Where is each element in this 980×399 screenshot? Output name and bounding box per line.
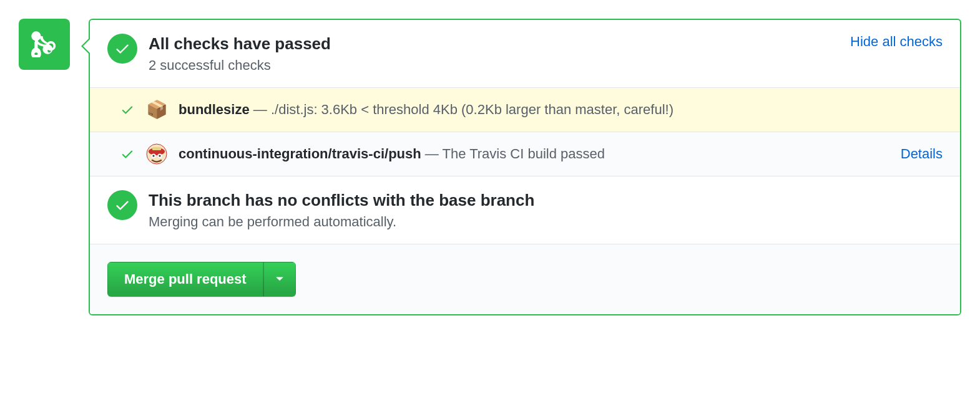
check-row[interactable]: continuous-integration/travis-ci/push — … [90,132,960,176]
merge-pull-request-button[interactable]: Merge pull request [107,262,263,297]
details-link[interactable]: Details [901,146,943,162]
conflict-subtitle: Merging can be performed automatically. [149,214,943,230]
checkmark-icon [114,41,130,57]
caret-down-icon [275,276,284,282]
check-desc: The Travis CI build passed [443,146,605,161]
merge-action-area: Merge pull request [90,244,960,314]
check-pass-icon [120,147,135,161]
svg-point-9 [159,155,160,156]
merge-panel: All checks have passed 2 successful chec… [89,19,961,315]
check-desc: ./dist.js: 3.6Kb < threshold 4Kb (0.2Kb … [271,102,674,117]
check-name: continuous-integration/travis-ci/push [179,146,421,161]
check-text: bundlesize — ./dist.js: 3.6Kb < threshol… [179,102,943,118]
check-name: bundlesize [179,102,250,117]
merge-badge [19,19,70,70]
status-subtitle: 2 successful checks [149,57,831,74]
travis-icon [146,143,167,165]
git-merge-icon [31,31,57,57]
conflict-title: This branch has no conflicts with the ba… [149,190,943,211]
status-title: All checks have passed [149,34,831,55]
svg-rect-5 [152,147,161,150]
status-check-icon [107,34,137,64]
hide-checks-link[interactable]: Hide all checks [850,34,943,50]
merge-dropdown-button[interactable] [263,262,296,297]
conflict-check-icon [107,190,137,220]
package-icon: 📦 [146,99,167,120]
check-row[interactable]: 📦 bundlesize — ./dist.js: 3.6Kb < thresh… [90,87,960,132]
check-text: continuous-integration/travis-ci/push — … [179,146,889,162]
checkmark-icon [114,197,130,213]
checkmark-icon [120,147,134,161]
check-pass-icon [120,103,135,117]
svg-point-8 [152,155,154,156]
checkmark-icon [120,103,134,117]
